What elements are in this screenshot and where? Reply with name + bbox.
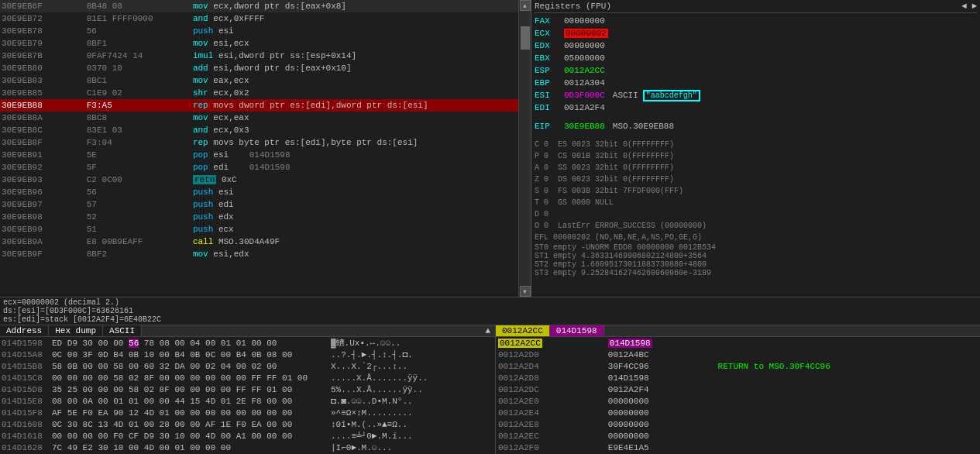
disasm-bytes: 0FAF7424 14 (85, 50, 191, 62)
disasm-row[interactable]: 30E9EB85 C1E9 02 shr ecx,0x2 (0, 87, 518, 99)
hex-panel-header: Address Hex dump ASCII ▲ (0, 325, 495, 337)
disasm-addr: 30E9EB96 (0, 186, 85, 198)
flag-a-row: A 0 SS 0023 32bit 0(FFFFFFFF) (535, 162, 977, 174)
scrollbar-track[interactable] (520, 11, 531, 286)
disasm-bytes: 57 (85, 198, 191, 211)
disasm-row[interactable]: 30E9EB88 F3:A5 rep movs dword ptr es:[ed… (0, 99, 518, 112)
reg-fax-label: FAX (535, 16, 559, 26)
stack-row[interactable]: 0012A2D8 014D1598 (496, 372, 980, 383)
hex-row-addr: 014D15C8 (0, 372, 50, 383)
disasm-row[interactable]: 30E9EB78 56 push esi (0, 25, 518, 37)
flag-d-row: D 0 (535, 208, 977, 220)
disasm-row[interactable]: 30E9EB80 0370 10 add esi,dword ptr ds:[e… (0, 62, 518, 74)
disasm-addr: 30E9EB88 (0, 99, 85, 112)
flag-c-row: C 0 ES 0023 32bit 0(FFFFFFFF) (535, 139, 977, 150)
disasm-scrollbar[interactable]: ▲ ▼ (519, 0, 531, 297)
disasm-row[interactable]: 30E9EB9A E8 00B9EAFF call MSO.30D4A49F (0, 236, 518, 248)
hex-row-addr: 014D1608 (0, 418, 50, 430)
disasm-row[interactable]: 30E9EB99 51 push ecx (0, 223, 518, 236)
st-regs-section: ST0 empty -UNORM EDD8 00000000 0012B534 … (535, 243, 977, 277)
disasm-addr: 30E9EB99 (0, 223, 85, 236)
disasm-row[interactable]: 30E9EB97 57 push edi (0, 198, 518, 211)
stack-val: 30F4CC96 (608, 362, 649, 371)
stack-row[interactable]: 0012A2CC 014D1598 (496, 337, 980, 349)
disasm-bytes: 81E1 FFFF0000 (85, 12, 191, 25)
hex-row[interactable]: 014D15F8 AF 5E F0 EA 90 12 4D 01 00 00 0… (0, 407, 495, 418)
stack-row[interactable]: 0012A2E8 00000000 (496, 418, 980, 430)
disasm-bytes: 8BC1 (85, 74, 191, 87)
hex-tab-address[interactable]: Address (0, 325, 49, 336)
hex-row-bytes: 35 25 00 00 00 58 02 8F 00 00 00 00 FF F… (50, 383, 329, 395)
disasm-row[interactable]: 30E9EB8A 8BC8 mov ecx,eax (0, 112, 518, 124)
stack-row-comment (716, 418, 980, 430)
scrollbar-down-arrow[interactable]: ▼ (520, 286, 531, 297)
stack-row-comment (716, 349, 980, 360)
stack-row[interactable]: 0012A2E4 00000000 (496, 407, 980, 418)
hex-row[interactable]: 014D15A8 0C 00 3F 0D B4 0B 10 00 B4 0B 0… (0, 349, 495, 360)
stack-row[interactable]: 0012A2F0 E9E4E1A5 (496, 442, 980, 453)
disasm-row[interactable]: 30E9EB79 8BF1 mov esi,ecx (0, 37, 518, 50)
reg-eip-value: 30E9EB88 (564, 122, 605, 131)
stack-row[interactable]: 0012A2D4 30F4CC96 RETURN to MSO.30F4CC96 (496, 360, 980, 372)
stack-row-val: 0012A4BC (606, 349, 716, 360)
disasm-row[interactable]: 30E9EB83 8BC1 mov eax,ecx (0, 74, 518, 87)
disasm-bytes: 8BF2 (85, 248, 191, 260)
stack-row[interactable]: 0012A2DC 0012A2F4 (496, 383, 980, 395)
disasm-row[interactable]: 30E9EB92 5F pop edi 014D1598 (0, 161, 518, 174)
stack-row[interactable]: 0012A2EC 00000000 (496, 430, 980, 442)
stack-row-val: 0012A2F4 (606, 383, 716, 395)
hex-row[interactable]: 014D1628 7C 49 E2 30 10 00 4D 00 01 00 0… (0, 442, 495, 453)
hex-row[interactable]: 014D15E8 08 00 0A 00 01 01 00 00 44 15 4… (0, 395, 495, 407)
hex-row-ascii: ↕0î•M.(..»▲≡Ω.. (329, 418, 495, 430)
disasm-row[interactable]: 30E9EB93 C2 0C00 retn 0xC (0, 174, 518, 186)
disasm-row[interactable]: 30E9EB98 52 push edx (0, 211, 518, 223)
hex-row[interactable]: 014D15C8 00 00 00 00 58 02 8F 00 00 00 0… (0, 372, 495, 383)
hex-row-bytes: 0C 00 3F 0D B4 0B 10 00 B4 0B 0C 00 B4 0… (50, 349, 329, 360)
disasm-row[interactable]: 30E9EB96 56 push esi (0, 186, 518, 198)
disasm-row[interactable]: 30E9EB72 81E1 FFFF0000 and ecx,0xFFFF (0, 12, 518, 25)
disasm-text: push esi (191, 25, 518, 37)
hex-tab-hexdump[interactable]: Hex dump (49, 325, 103, 336)
disasm-text: imul esi,dword ptr ss:[esp+0x14] (191, 50, 518, 62)
hex-row[interactable]: 014D1618 00 00 00 00 F0 CF D9 30 10 00 4… (0, 430, 495, 442)
stack-addr: 0012A2D8 (498, 373, 539, 383)
hex-row-ascii: .....X.Å.......ÿÿ.. (329, 372, 495, 383)
hex-row[interactable]: 014D15B8 58 0B 00 00 58 00 60 32 DA 00 0… (0, 360, 495, 372)
disasm-row[interactable]: 30E9EB8F F3:04 rep movs byte ptr es:[edi… (0, 136, 518, 149)
stack-row-addr: 0012A2F0 (496, 442, 606, 453)
disasm-addr: 30E9EB8C (0, 124, 85, 136)
disasm-bytes: 51 (85, 223, 191, 236)
disasm-addr: 30E9EB91 (0, 149, 85, 161)
scrollbar-up-arrow[interactable]: ▲ (520, 0, 531, 11)
hex-row[interactable]: 014D15D8 35 25 00 00 00 58 02 8F 00 00 0… (0, 383, 495, 395)
stack-row-comment (716, 337, 980, 349)
hex-row[interactable]: 014D1598 ED D9 30 00 00 56 78 08 00 04 0… (0, 337, 495, 349)
st0-row: ST0 empty -UNORM EDD8 00000000 0012B534 (535, 243, 977, 252)
disasm-row[interactable]: 30E9EB6F 8B48 08 mov ecx,dword ptr ds:[e… (0, 0, 518, 12)
disasm-row[interactable]: 30E9EB8C 83E1 03 and ecx,0x3 (0, 124, 518, 136)
hex-table: 014D1598 ED D9 30 00 00 56 78 08 00 04 0… (0, 337, 495, 453)
disasm-row[interactable]: 30E9EB91 5E pop esi 014D1598 (0, 149, 518, 161)
stack-row[interactable]: 0012A2E0 00000000 (496, 395, 980, 407)
stack-row[interactable]: 0012A2D0 0012A4BC (496, 349, 980, 360)
stack-tab-addr[interactable]: 0012A2CC (496, 325, 550, 336)
hex-tab-ascii[interactable]: ASCII (103, 325, 142, 336)
scrollbar-thumb[interactable] (521, 26, 530, 50)
hex-row-addr: 014D15B8 (0, 360, 50, 372)
hex-scroll-up[interactable]: ▲ (480, 325, 495, 336)
disasm-row[interactable]: 30E9EB9F 8BF2 mov esi,edx (0, 248, 518, 260)
stack-row-val: E9E4E1A5 (606, 442, 716, 453)
hex-row-bytes: 58 0B 00 00 58 00 60 32 DA 00 02 04 00 0… (50, 360, 329, 372)
status-line-1: ecx=00000002 (decimal 2.) (3, 298, 977, 307)
hex-row-bytes: 00 00 00 00 F0 CF D9 30 10 00 4D 00 A1 0… (50, 430, 329, 442)
reg-edi-label: EDI (535, 103, 559, 112)
disasm-addr: 30E9EB80 (0, 62, 85, 74)
stack-val: E9E4E1A5 (608, 443, 649, 452)
hex-row[interactable]: 014D1608 0C 30 8C 13 4D 01 00 28 00 00 A… (0, 418, 495, 430)
stack-row-val: 00000000 (606, 430, 716, 442)
stack-row-addr: 0012A2E0 (496, 395, 606, 407)
disasm-row[interactable]: 30E9EB7B 0FAF7424 14 imul esi,dword ptr … (0, 50, 518, 62)
stack-addr: 0012A2F0 (498, 443, 539, 452)
stack-tab-val[interactable]: 014D1598 (550, 325, 604, 336)
efl-value: 00000202 (553, 233, 590, 242)
